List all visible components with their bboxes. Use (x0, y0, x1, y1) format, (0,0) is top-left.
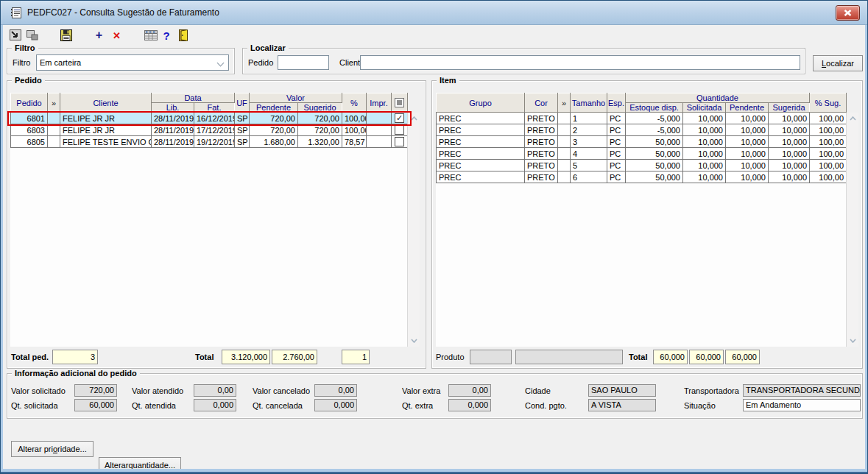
impr-col-header[interactable]: Impr. (367, 93, 392, 113)
valor-extra-value: 0,00 (448, 384, 491, 397)
qt-atendida-value: 0,000 (194, 399, 236, 411)
pct-col-header[interactable]: % (342, 93, 367, 113)
exit-icon[interactable] (177, 28, 190, 43)
tamanho-col-header[interactable]: Tamanho (571, 93, 607, 113)
expand-col-header[interactable]: » (48, 93, 60, 113)
close-icon (844, 10, 852, 16)
document-icon (10, 7, 23, 19)
scroll-up-icon[interactable] (408, 113, 420, 124)
fat-col-header[interactable]: Fat. (194, 103, 235, 113)
localizar-cliente-input[interactable] (360, 55, 800, 70)
pedido-col-header[interactable]: Pedido (11, 93, 48, 113)
save-icon[interactable] (59, 28, 73, 43)
cond-pgto-value: A VISTA (588, 399, 656, 411)
window-frame (1, 469, 867, 473)
item-group-legend: Item (437, 76, 459, 85)
item-table-row[interactable]: PREC PRETO 4 PC 50,000 10,000 10,000 10,… (437, 148, 847, 160)
solicitada-col-header[interactable]: Solicitada (683, 103, 726, 113)
item-table-row[interactable]: PREC PRETO 5 PC 50,000 10,000 10,000 10,… (437, 160, 847, 171)
valor-extra-label: Valor extra (402, 386, 440, 395)
transportadora-value: TRANSPORTADORA SECUNDA (743, 384, 861, 397)
cascade-icon[interactable] (24, 28, 40, 43)
qt-cancelada-label: Qt. cancelada (253, 401, 303, 410)
qt-atendida-label: Qt. atendida (132, 401, 176, 410)
alterar-prioridade-button[interactable]: Alterar prioridade... (11, 441, 93, 457)
scroll-down-icon[interactable] (847, 335, 858, 347)
produto-descricao-field (515, 350, 623, 364)
valor-cancelado-value: 0,00 (314, 384, 357, 397)
pedido-scrollbar[interactable] (407, 113, 420, 347)
valor-solicitado-value: 720,00 (74, 384, 117, 397)
window-frame (1, 25, 3, 473)
scroll-down-icon[interactable] (408, 335, 420, 347)
valor-atendido-label: Valor atendido (132, 386, 183, 395)
pedido-total-label: Total (195, 353, 214, 361)
info-group: Informação adicional do pedido (7, 373, 863, 419)
qt-extra-value: 0,000 (448, 399, 491, 411)
row-checkbox[interactable] (395, 125, 404, 135)
produto-codigo-field (470, 350, 512, 364)
cliente-col-header[interactable]: Cliente (60, 93, 152, 113)
qt-solicitada-label: Qt. solicitada (11, 401, 58, 410)
estoque-col-header[interactable]: Estoque disp. (626, 103, 683, 113)
add-icon[interactable]: + (93, 28, 105, 43)
pedido-table-row[interactable]: 6805 FELIPE TESTE ENVIO C 28/11/2019 19/… (11, 136, 408, 148)
filtro-combobox[interactable]: Em carteira (36, 54, 229, 71)
produto-label: Produto (436, 353, 465, 361)
lib-col-header[interactable]: Lib. (152, 103, 194, 113)
window-frame (865, 25, 867, 473)
item-total-pendente: 60,000 (689, 350, 724, 364)
grupo-col-header[interactable]: Grupo (437, 93, 525, 113)
situacao-value: Em Andamento (743, 399, 861, 411)
app-window: PEDFC027 - Consulta Sugestão de Faturame… (0, 0, 868, 474)
grid-icon[interactable] (143, 28, 158, 43)
total-impr-value: 1 (342, 350, 370, 364)
item-table-row[interactable]: PREC PRETO 3 PC 50,000 10,000 10,000 10,… (437, 136, 847, 148)
pct-sug-col-header[interactable]: % Sug. (810, 93, 847, 113)
sugerida-col-header[interactable]: Sugerida (769, 103, 810, 113)
expand-col-header[interactable]: » (558, 93, 571, 113)
esp-col-header[interactable]: Esp. (607, 93, 626, 113)
row-checkbox[interactable]: ✓ (395, 113, 404, 123)
pedido-group-legend: Pedido (12, 76, 45, 85)
pendente-col-header[interactable]: Pendente (726, 103, 769, 113)
item-table-row[interactable]: PREC PRETO 1 PC -5,000 10,000 10,000 10,… (437, 113, 847, 124)
help-icon[interactable]: ? (161, 28, 172, 43)
valor-atendido-value: 0,00 (194, 384, 236, 397)
window-title: PEDFC027 - Consulta Sugestão de Faturame… (27, 7, 219, 18)
item-table-row[interactable]: PREC PRETO 2 PC -5,000 10,000 10,000 10,… (437, 124, 847, 136)
valor-cancelado-label: Valor cancelado (253, 386, 310, 395)
sugerido-col-header[interactable]: Sugerido (298, 103, 342, 113)
qt-cancelada-value: 0,000 (314, 399, 357, 411)
total-sugerido-value: 2.760,00 (272, 350, 317, 364)
item-grid: Grupo Cor » Tamanho Esp. Quantidade % Su… (436, 93, 846, 347)
pendente-col-header[interactable]: Pendente (250, 103, 298, 113)
quantidade-col-header[interactable]: Quantidade (626, 93, 810, 103)
pedido-table-row[interactable]: 6801 FELIPE JR JR 28/11/2019 16/12/2019 … (11, 113, 408, 124)
jump-to-record-icon[interactable] (8, 28, 24, 43)
chevron-down-icon (217, 60, 225, 67)
item-table-row[interactable]: PREC PRETO 6 PC 50,000 10,000 10,000 10,… (437, 171, 847, 183)
total-ped-label: Total ped. (11, 353, 49, 361)
scroll-up-icon[interactable] (847, 113, 858, 124)
transportadora-label: Transportadora (684, 386, 739, 395)
check-all-header[interactable] (392, 93, 408, 113)
localizar-button[interactable]: Localizar (813, 55, 863, 71)
close-button[interactable] (836, 5, 860, 21)
row-checkbox[interactable] (395, 137, 404, 146)
valor-solicitado-label: Valor solicitado (11, 386, 66, 395)
delete-icon[interactable]: ✕ (110, 28, 123, 43)
filtro-label: Filtro (13, 58, 30, 67)
uf-col-header[interactable]: UF (235, 93, 250, 113)
item-scrollbar[interactable] (846, 113, 858, 347)
pedido-table-row[interactable]: 6803 FELIPE JR JR 28/11/2019 17/12/2019 … (11, 124, 408, 136)
item-total-solicitada: 60,000 (653, 350, 688, 364)
localizar-pedido-input[interactable] (278, 55, 329, 70)
valor-col-header[interactable]: Valor (250, 93, 342, 103)
localizar-group-legend: Localizar (247, 43, 289, 52)
data-col-header[interactable]: Data (152, 93, 235, 103)
cidade-value: SAO PAULO (588, 384, 656, 397)
total-pendente-value: 3.120,000 (222, 350, 270, 364)
cor-col-header[interactable]: Cor (525, 93, 558, 113)
qt-extra-label: Qt. extra (402, 401, 433, 410)
